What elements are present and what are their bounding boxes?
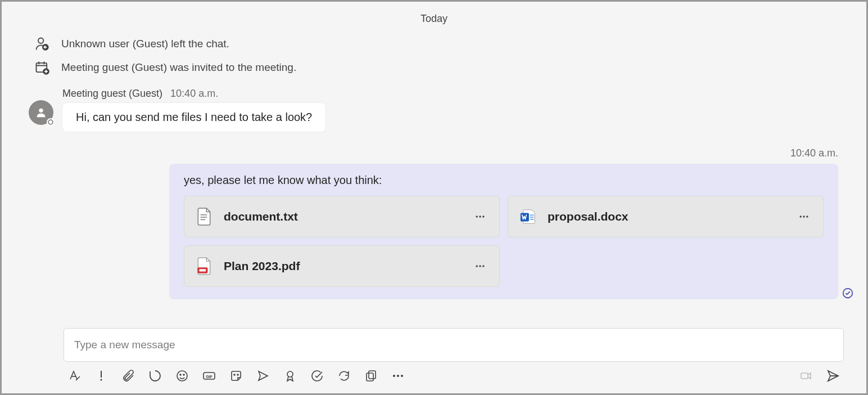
- attach-button[interactable]: [121, 369, 135, 383]
- svg-rect-41: [801, 373, 808, 379]
- date-divider: Today: [24, 13, 844, 25]
- text-file-icon: [196, 207, 213, 227]
- seen-icon: [842, 287, 854, 299]
- message-sender: Meeting guest (Guest): [62, 88, 162, 100]
- svg-point-38: [393, 375, 395, 377]
- svg-point-28: [177, 371, 187, 381]
- attachment-more-button[interactable]: [472, 209, 488, 225]
- attachment-card[interactable]: proposal.docx: [508, 196, 824, 237]
- compose-area: GIF: [2, 328, 866, 393]
- compose-toolbar: GIF: [64, 369, 844, 383]
- calendar-add-icon: [34, 60, 50, 75]
- svg-point-0: [38, 38, 43, 43]
- system-event-invited: Meeting guest (Guest) was invited to the…: [24, 60, 844, 75]
- avatar[interactable]: [29, 100, 53, 125]
- attachment-filename: proposal.docx: [548, 210, 785, 223]
- incoming-message: Meeting guest (Guest) 10:40 a.m. Hi, can…: [24, 88, 844, 132]
- svg-point-20: [806, 216, 808, 217]
- outgoing-bubble[interactable]: yes, please let me know what you think: …: [169, 164, 838, 299]
- attachment-filename: Plan 2023.pdf: [224, 259, 461, 273]
- video-clip-button[interactable]: [799, 369, 813, 383]
- word-file-icon: [519, 207, 536, 227]
- format-button[interactable]: [67, 369, 82, 383]
- message-timestamp: 10:40 a.m.: [790, 147, 838, 159]
- system-event-left-chat: Unknown user (Guest) left the chat.: [24, 36, 844, 52]
- attachment-card[interactable]: Plan 2023.pdf: [184, 245, 500, 287]
- message-input[interactable]: [74, 339, 833, 351]
- svg-point-11: [476, 216, 478, 217]
- svg-point-33: [234, 374, 235, 375]
- svg-point-24: [479, 265, 481, 267]
- attachment-more-button[interactable]: [472, 258, 488, 274]
- loop-button[interactable]: [148, 369, 162, 383]
- svg-point-12: [479, 216, 481, 217]
- copy-button[interactable]: [364, 369, 378, 383]
- svg-point-19: [803, 216, 804, 217]
- incoming-bubble[interactable]: Hi, can you send me files I need to take…: [62, 103, 326, 132]
- svg-point-13: [482, 216, 484, 217]
- message-timestamp: 10:40 a.m.: [170, 88, 218, 100]
- gif-button[interactable]: GIF: [202, 369, 216, 383]
- svg-rect-36: [369, 371, 376, 379]
- svg-point-25: [482, 265, 484, 267]
- compose-box[interactable]: [64, 328, 844, 362]
- pdf-file-icon: [196, 256, 213, 276]
- svg-point-39: [397, 375, 399, 377]
- svg-point-35: [287, 371, 293, 377]
- actions-button[interactable]: [256, 369, 270, 383]
- svg-point-30: [183, 374, 184, 375]
- priority-button[interactable]: [94, 369, 108, 383]
- user-left-icon: [34, 36, 50, 52]
- svg-text:GIF: GIF: [206, 375, 213, 379]
- svg-point-18: [800, 216, 802, 217]
- svg-point-23: [476, 265, 478, 267]
- outgoing-message: 10:40 a.m. yes, please let me know what …: [24, 147, 844, 299]
- approvals-button[interactable]: [310, 369, 324, 383]
- praise-button[interactable]: [283, 369, 297, 383]
- more-apps-button[interactable]: [391, 369, 405, 383]
- system-event-text: Meeting guest (Guest) was invited to the…: [61, 61, 296, 74]
- attachment-more-button[interactable]: [796, 209, 812, 225]
- attachment-card[interactable]: document.txt: [184, 196, 500, 237]
- attachment-filename: document.txt: [224, 210, 461, 223]
- updates-button[interactable]: [337, 369, 351, 383]
- svg-point-29: [180, 374, 181, 375]
- emoji-button[interactable]: [175, 369, 189, 383]
- svg-rect-22: [199, 269, 206, 271]
- svg-point-34: [237, 374, 238, 375]
- sticker-button[interactable]: [229, 369, 243, 383]
- svg-point-40: [401, 375, 403, 377]
- svg-point-27: [100, 379, 102, 380]
- message-text: Hi, can you send me files I need to take…: [76, 111, 312, 123]
- attachments-grid: document.txt: [184, 196, 824, 287]
- system-event-text: Unknown user (Guest) left the chat.: [61, 38, 229, 50]
- svg-point-7: [39, 109, 43, 113]
- message-text: yes, please let me know what you think:: [184, 174, 824, 187]
- send-button[interactable]: [826, 369, 840, 383]
- svg-rect-37: [367, 373, 373, 381]
- chat-scroll-area[interactable]: Today Unknown user (Guest) left the chat…: [2, 2, 866, 315]
- presence-indicator: [47, 118, 55, 126]
